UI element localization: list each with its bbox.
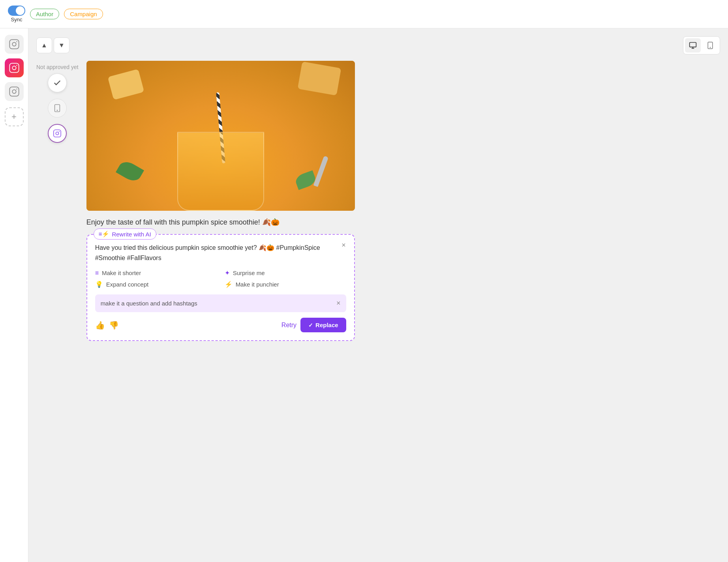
- option-shorter[interactable]: ≡ Make it shorter: [95, 269, 217, 277]
- approve-button[interactable]: [48, 73, 67, 92]
- ai-input-clear-button[interactable]: ×: [336, 299, 341, 307]
- ai-input-row: make it a question and add hashtags ×: [95, 294, 346, 312]
- view-toggle: [683, 36, 720, 54]
- checkmark-icon: ✓: [308, 322, 313, 328]
- sync-label: Sync: [11, 17, 23, 22]
- content-area: ▲ ▼: [28, 28, 728, 562]
- smoothie-glass: [177, 132, 264, 211]
- nav-up-button[interactable]: ▲: [36, 37, 52, 53]
- sidebar-instagram-2[interactable]: [5, 58, 24, 77]
- svg-rect-9: [690, 43, 696, 47]
- cookie-decoration-right: [297, 62, 341, 96]
- punchier-icon: ⚡: [225, 281, 233, 288]
- post-caption: Enjoy the taste of fall with this pumpki…: [86, 217, 355, 228]
- option-surprise[interactable]: ✦ Surprise me: [225, 269, 346, 277]
- post-content: Enjoy the taste of fall with this pumpki…: [86, 61, 355, 341]
- desktop-view-button[interactable]: [685, 38, 701, 52]
- action-buttons: Retry ✓ Replace: [281, 318, 346, 332]
- ai-input-value[interactable]: make it a question and add hashtags: [101, 300, 336, 307]
- leaf-decoration-right: [294, 170, 317, 190]
- ai-options-grid: ≡ Make it shorter ✦ Surprise me 💡 Expand…: [95, 269, 346, 288]
- campaign-tag[interactable]: Campaign: [64, 9, 103, 19]
- add-channel-button[interactable]: +: [5, 107, 24, 126]
- thumbs-down-button[interactable]: 👎: [109, 320, 119, 330]
- svg-point-8: [16, 88, 17, 89]
- mobile-platform-icon[interactable]: [48, 99, 67, 118]
- svg-point-5: [16, 65, 17, 66]
- ai-rewrite-label: ≡⚡ Rewrite with AI: [94, 229, 156, 240]
- svg-point-18: [59, 131, 60, 132]
- sidebar-instagram-3[interactable]: [5, 82, 24, 101]
- svg-point-1: [12, 42, 16, 46]
- mobile-view-button[interactable]: [702, 38, 718, 52]
- svg-point-7: [12, 90, 16, 93]
- option-punchier[interactable]: ⚡ Make it punchier: [225, 281, 346, 288]
- top-bar: Sync Author Campaign: [0, 0, 728, 28]
- shorter-icon: ≡: [95, 270, 99, 277]
- close-ai-button[interactable]: ×: [338, 240, 349, 251]
- post-panel: Not approved yet: [36, 61, 720, 341]
- spoon-decoration: [313, 155, 328, 187]
- instagram-platform-icon[interactable]: [48, 124, 67, 143]
- author-tag[interactable]: Author: [30, 9, 59, 19]
- svg-point-2: [16, 41, 17, 42]
- main-layout: + ▲ ▼: [0, 28, 728, 562]
- nav-down-button[interactable]: ▼: [54, 37, 69, 53]
- toolbar-row: ▲ ▼: [36, 36, 720, 54]
- svg-rect-6: [9, 87, 19, 96]
- thumbs-up-button[interactable]: 👍: [95, 320, 105, 330]
- ai-rewrite-panel: ≡⚡ Rewrite with AI × Have you tried this…: [86, 234, 355, 341]
- toggle-switch[interactable]: [8, 6, 25, 16]
- not-approved-label: Not approved yet: [36, 64, 79, 70]
- ai-rewrite-icon: ≡⚡: [99, 230, 110, 238]
- svg-point-4: [12, 66, 16, 69]
- svg-rect-3: [9, 63, 19, 72]
- smoothie-background: [86, 61, 355, 211]
- nav-arrows: ▲ ▼: [36, 37, 69, 53]
- svg-point-17: [56, 132, 59, 135]
- svg-rect-16: [54, 130, 61, 137]
- retry-button[interactable]: Retry: [281, 322, 296, 329]
- sync-toggle[interactable]: Sync: [8, 6, 25, 22]
- feedback-buttons: 👍 👎: [95, 320, 119, 330]
- post-image: [86, 61, 355, 211]
- not-approved-section: Not approved yet: [36, 64, 79, 92]
- cookie-decoration-left: [107, 69, 144, 100]
- ai-footer: 👍 👎 Retry ✓ Replace: [95, 318, 346, 332]
- approval-sidebar: Not approved yet: [36, 61, 79, 143]
- option-expand[interactable]: 💡 Expand concept: [95, 281, 217, 288]
- sidebar-instagram-1[interactable]: [5, 35, 24, 54]
- svg-rect-0: [9, 39, 19, 49]
- left-sidebar: +: [0, 28, 28, 562]
- surprise-icon: ✦: [225, 269, 230, 277]
- expand-icon: 💡: [95, 281, 103, 288]
- replace-button[interactable]: ✓ Replace: [300, 318, 346, 332]
- leaf-decoration-left: [116, 159, 144, 184]
- ai-suggested-text: Have you tried this delicious pumpkin sp…: [95, 243, 346, 263]
